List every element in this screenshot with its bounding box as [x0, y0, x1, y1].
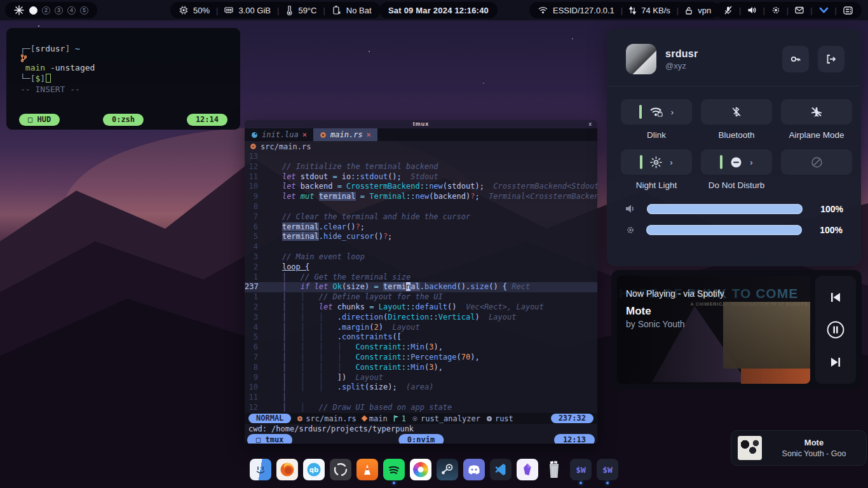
window-close-button[interactable]: x: [589, 120, 593, 128]
tmux-session-pill[interactable]: □ tmux: [247, 434, 292, 444]
dock-file-manager-icon[interactable]: [250, 459, 271, 480]
dock-spotify-icon[interactable]: [383, 459, 405, 480]
code-line: 7 // Clear the terminal and hide the cur…: [245, 212, 597, 222]
workspaces-group: 2345: [5, 2, 97, 18]
dock-trash-icon[interactable]: [543, 459, 565, 480]
statusline-filename: src/main.rs: [306, 414, 356, 423]
dock-vlc-icon[interactable]: [356, 459, 378, 480]
code-line: 12 │ │ // Draw UI based on app state: [245, 403, 597, 413]
running-indicator: [366, 482, 369, 484]
logout-button[interactable]: [818, 46, 844, 72]
dock-firefox-icon[interactable]: [276, 459, 298, 480]
terminal-output: ┌─[srdusr] ~ main -unstaged└─[$]-- INSER…: [6, 28, 240, 95]
toggle-blocked[interactable]: [781, 149, 852, 175]
pause-button[interactable]: [826, 320, 845, 339]
dock: qb$W$W: [0, 459, 868, 484]
code-line: 5 terminal.hide_cursor()?;: [245, 232, 597, 242]
code-line: 12 // Initialize the terminal backend: [245, 162, 597, 172]
previous-track-button[interactable]: [829, 290, 843, 304]
tmux-clock-pill: 12:14: [187, 114, 227, 126]
diagnostics-flag-icon: [393, 415, 399, 422]
dock-steam-icon[interactable]: [437, 459, 458, 480]
dock-obsidian-icon[interactable]: [517, 459, 538, 480]
code-line: 11 let stdout = io::stdout(); Stdout: [245, 172, 597, 182]
workspace-3[interactable]: 3: [55, 6, 63, 15]
workspace-2[interactable]: 2: [42, 6, 50, 15]
systray-icon[interactable]: [843, 6, 853, 15]
network-speed: 74 KB/s: [641, 6, 670, 15]
key-icon: [789, 53, 802, 65]
svg-text:qb: qb: [309, 466, 318, 473]
running-indicator: [286, 482, 288, 484]
tmux-session-pill[interactable]: □ HUD: [19, 114, 60, 126]
code-line: 13: [245, 152, 597, 162]
line-number: 9: [245, 192, 264, 202]
brightness-icon: [625, 224, 636, 236]
toggle-bluetooth[interactable]: [701, 99, 772, 125]
memory-icon: [224, 6, 233, 15]
tmux-window-pill[interactable]: 0:nvim: [398, 434, 444, 444]
terminal-line: ┌─[srdusr] ~ main -unstaged: [20, 43, 240, 73]
editor-tab-main.rs[interactable]: main.rs×: [313, 128, 377, 141]
mail-icon[interactable]: [795, 6, 804, 14]
workspace-1-active[interactable]: [29, 6, 37, 15]
toggle-night-light[interactable]: ›: [621, 149, 692, 175]
workspace-4[interactable]: 4: [67, 6, 76, 15]
dock-photos-icon[interactable]: [410, 459, 431, 480]
editor-tabbar: init.lua×main.rs×: [245, 128, 597, 141]
wifi-essid[interactable]: ESSID/127.0.0.1: [553, 6, 614, 15]
git-branch-icon: [20, 54, 240, 62]
wifi-lock-icon: [649, 106, 663, 118]
volume-slider[interactable]: [647, 204, 803, 214]
code-line: 2 loop {: [245, 262, 597, 273]
line-number: 11: [245, 393, 264, 403]
code-area[interactable]: 1312 // Initialize the terminal backend1…: [245, 152, 597, 413]
settings-gear-icon[interactable]: [771, 6, 780, 15]
volume-icon[interactable]: [747, 6, 756, 15]
keyring-button[interactable]: [782, 46, 809, 72]
editor-tmux-statusbar: □ tmux 0:nvim 12:13: [245, 434, 597, 444]
temperature-icon: [285, 6, 293, 15]
chevron-right-icon[interactable]: ›: [671, 107, 674, 117]
media-controls: [815, 276, 856, 384]
user-handle: @xyz: [665, 61, 698, 71]
workspace-5[interactable]: 5: [80, 6, 88, 15]
network-speed-icon: [629, 6, 636, 15]
avatar: [626, 44, 656, 74]
dock-vscode-icon[interactable]: [490, 459, 512, 480]
toggle-do-not-disturb[interactable]: ›: [701, 149, 772, 175]
brightness-slider[interactable]: [646, 225, 802, 235]
dock-discord-icon[interactable]: [463, 459, 485, 480]
next-track-button[interactable]: [829, 355, 843, 369]
cpu-usage: 50%: [193, 6, 210, 15]
toggle-airplane-mode[interactable]: [781, 99, 852, 125]
lua-icon: [251, 132, 258, 139]
dock-sw1-icon[interactable]: $W: [570, 459, 592, 480]
filetype-label: rust: [495, 414, 513, 423]
vpn-label[interactable]: vpn: [698, 6, 711, 15]
running-indicator: [473, 482, 475, 484]
microphone-muted-icon[interactable]: [724, 6, 733, 15]
window-title: tmux: [413, 121, 430, 127]
editor-window[interactable]: tmux x init.lua×main.rs× src/main.rs 131…: [245, 120, 597, 444]
dock-obs-icon[interactable]: [330, 459, 351, 480]
hud-terminal-window[interactable]: ┌─[srdusr] ~ main -unstaged└─[$]-- INSER…: [6, 28, 240, 130]
tmux-window-pill[interactable]: 0:zsh: [103, 114, 144, 126]
chevron-right-icon[interactable]: ›: [670, 158, 672, 167]
temperature-value: 59°C: [298, 6, 316, 15]
tab-close-icon[interactable]: ×: [367, 130, 371, 139]
tab-close-icon[interactable]: ×: [302, 130, 307, 139]
distro-logo-icon[interactable]: [14, 5, 24, 15]
line-number: 7: [245, 353, 264, 363]
running-indicator: [339, 482, 342, 484]
clock[interactable]: Sat 09 Mar 2024 12:16:40: [379, 2, 498, 18]
dock-qbittorrent-icon[interactable]: qb: [303, 459, 325, 480]
toggle-dlink[interactable]: ›: [621, 99, 692, 125]
window-titlebar[interactable]: tmux x: [245, 120, 597, 128]
vpn-lock-icon: [685, 6, 693, 15]
chevron-right-icon[interactable]: ›: [750, 158, 752, 167]
editor-tab-init.lua[interactable]: init.lua×: [245, 128, 313, 141]
active-indicator: [639, 105, 642, 119]
dock-sw2-icon[interactable]: $W: [597, 459, 618, 480]
chevron-down-icon[interactable]: [819, 6, 829, 14]
